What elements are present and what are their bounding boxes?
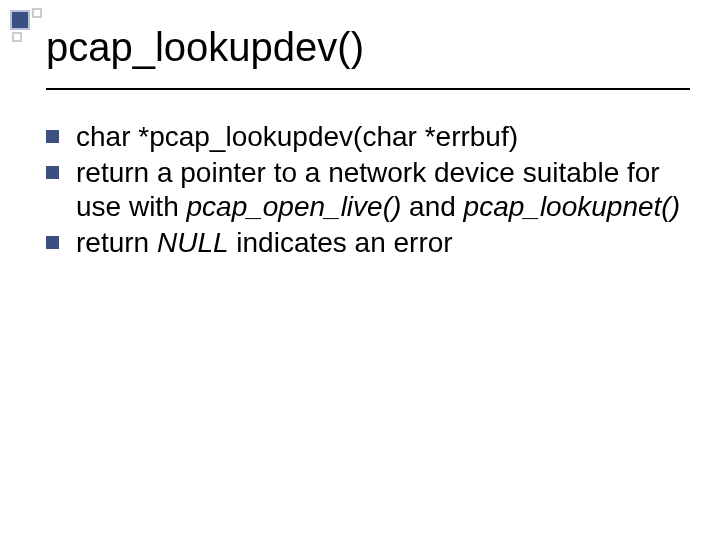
bullet-item: return a pointer to a network device sui…: [46, 156, 680, 224]
decor-square-small: [12, 32, 22, 42]
decor-square-large: [10, 10, 30, 30]
bullet-text: indicates an error: [229, 227, 453, 258]
bullet-text: pcap_open_live(): [187, 191, 402, 222]
slide-title: pcap_lookupdev(): [46, 26, 680, 68]
bullet-item: return NULL indicates an error: [46, 226, 680, 260]
decor-square-small: [32, 8, 42, 18]
square-bullet-icon: [46, 236, 59, 249]
square-bullet-icon: [46, 166, 59, 179]
bullet-item: char *pcap_lookupdev(char *errbuf): [46, 120, 680, 154]
slide-body: char *pcap_lookupdev(char *errbuf)return…: [46, 120, 680, 263]
bullet-list: char *pcap_lookupdev(char *errbuf)return…: [46, 120, 680, 261]
bullet-text: NULL: [157, 227, 229, 258]
slide: pcap_lookupdev() char *pcap_lookupdev(ch…: [0, 0, 720, 540]
square-bullet-icon: [46, 130, 59, 143]
corner-decor-icon: [6, 6, 46, 46]
title-underline: [46, 88, 690, 90]
bullet-text: and: [401, 191, 463, 222]
bullet-text: return: [76, 227, 157, 258]
bullet-text: pcap_lookupnet(): [464, 191, 680, 222]
bullet-text: char *pcap_lookupdev(char *errbuf): [76, 121, 518, 152]
